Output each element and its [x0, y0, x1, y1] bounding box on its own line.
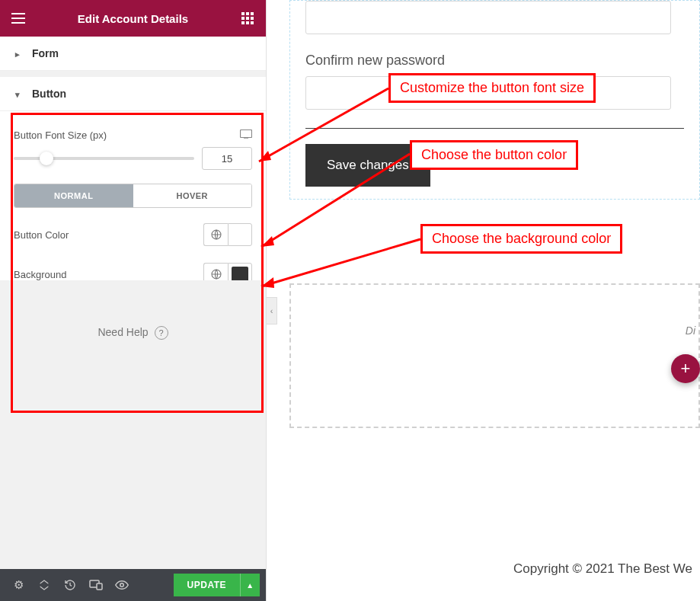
svg-rect-3: [241, 17, 245, 20]
add-widget-fab[interactable]: +: [671, 354, 700, 383]
settings-icon[interactable]: ⚙: [6, 569, 30, 601]
apps-grid-icon[interactable]: [238, 9, 257, 27]
section-button[interactable]: Button: [0, 77, 266, 111]
svg-rect-5: [251, 17, 254, 20]
confirm-password-label: Confirm new password: [305, 53, 684, 69]
svg-point-15: [120, 583, 124, 587]
svg-rect-6: [241, 21, 245, 24]
section-button-label: Button: [32, 88, 66, 100]
annotation-bg-label: Choose the background color: [420, 224, 622, 254]
annotation-box-main: [11, 113, 264, 413]
svg-rect-0: [241, 12, 245, 15]
annotation-color-label: Choose the button color: [410, 140, 578, 170]
update-dropdown[interactable]: ▲: [240, 574, 260, 596]
svg-rect-7: [246, 21, 249, 24]
update-button[interactable]: UPDATE: [174, 574, 240, 596]
history-icon[interactable]: [58, 569, 82, 601]
navigator-icon[interactable]: [32, 569, 56, 601]
section-form-label: Form: [32, 47, 59, 59]
svg-rect-14: [97, 583, 102, 590]
collapse-sidebar-handle[interactable]: ‹: [267, 297, 277, 324]
panel-title: Edit Account Details: [78, 12, 188, 25]
copyright-text: Copyright © 2021 The Best We: [513, 561, 692, 577]
section-form[interactable]: Form: [0, 37, 266, 71]
menu-icon[interactable]: [9, 9, 27, 27]
sidebar-header: Edit Account Details: [0, 0, 266, 37]
sidebar-footer: ⚙ UPDATE ▲: [0, 569, 266, 601]
password-field[interactable]: [305, 1, 671, 34]
preview-icon[interactable]: [110, 569, 134, 601]
drop-hint: Di: [686, 324, 695, 337]
svg-rect-2: [251, 12, 254, 15]
annotation-font-label: Customize the button font size: [388, 73, 596, 103]
svg-rect-4: [246, 17, 249, 20]
caret-right-icon: [15, 47, 23, 59]
caret-down-icon: [15, 88, 23, 100]
drop-widget-zone[interactable]: Di: [289, 283, 700, 428]
svg-rect-8: [251, 21, 254, 24]
responsive-mode-icon[interactable]: [84, 569, 108, 601]
svg-rect-1: [246, 12, 249, 15]
